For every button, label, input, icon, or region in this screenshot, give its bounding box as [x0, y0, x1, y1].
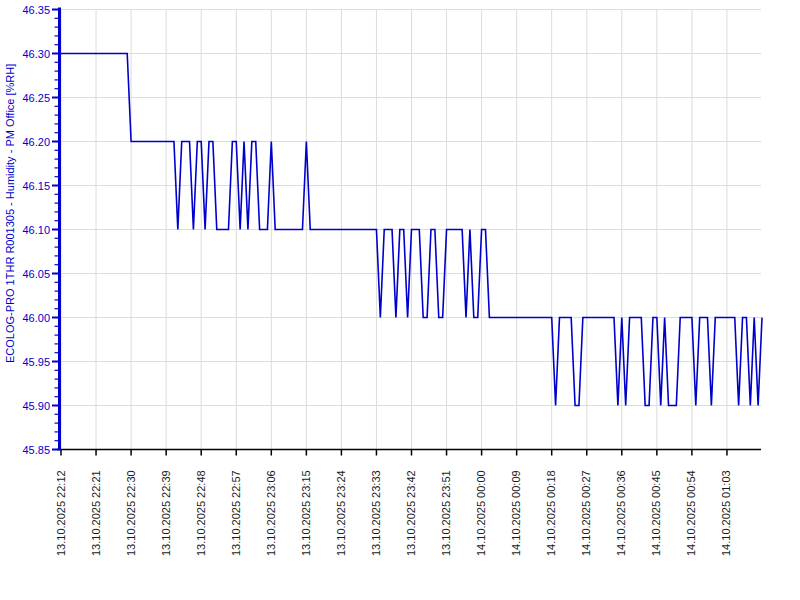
x-tick-label: 13.10.2025 22:12 — [55, 470, 68, 556]
x-tick-label: 14.10.2025 00:18 — [545, 470, 558, 556]
y-axis-title: ECOLOG-PRO 1THR R001305 - Humidity - PM … — [4, 64, 17, 363]
x-tick-label: 14.10.2025 00:45 — [650, 470, 663, 556]
x-tick-label: 13.10.2025 23:51 — [440, 470, 453, 556]
x-tick-label: 14.10.2025 00:00 — [475, 470, 488, 556]
plot-area — [0, 0, 800, 600]
x-tick-label: 13.10.2025 23:15 — [300, 470, 313, 556]
x-tick-label: 13.10.2025 23:24 — [335, 470, 348, 556]
x-tick-label: 14.10.2025 00:36 — [615, 470, 628, 556]
x-tick-label: 14.10.2025 00:54 — [685, 470, 698, 556]
y-tick-label: 45.85 — [10, 443, 50, 457]
y-tick-label: 46.30 — [10, 47, 50, 61]
y-tick-label: 46.35 — [10, 3, 50, 17]
y-tick-label: 45.90 — [10, 399, 50, 413]
x-tick-label: 13.10.2025 22:48 — [195, 470, 208, 556]
x-tick-label: 13.10.2025 22:30 — [125, 470, 138, 556]
x-tick-label: 13.10.2025 22:21 — [90, 470, 103, 556]
humidity-trend-chart: 45.8545.9045.9546.0046.0546.1046.1546.20… — [0, 0, 800, 600]
x-tick-label: 14.10.2025 00:27 — [580, 470, 593, 556]
x-tick-label: 14.10.2025 00:09 — [510, 470, 523, 556]
x-tick-label: 14.10.2025 01:03 — [720, 470, 733, 556]
x-tick-label: 13.10.2025 23:06 — [265, 470, 278, 556]
x-tick-label: 13.10.2025 23:33 — [370, 470, 383, 556]
x-tick-label: 13.10.2025 22:39 — [160, 470, 173, 556]
x-tick-label: 13.10.2025 22:57 — [230, 470, 243, 556]
x-tick-label: 13.10.2025 23:42 — [405, 470, 418, 556]
